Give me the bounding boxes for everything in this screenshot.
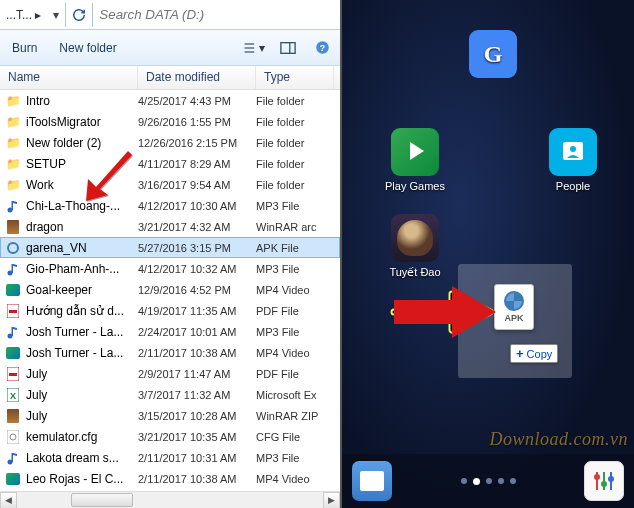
file-name: Gio-Pham-Anh-... <box>26 262 138 276</box>
file-row[interactable]: Goal-keeper12/9/2016 4:52 PMMP4 Video <box>0 279 340 300</box>
dragged-apk-file[interactable]: APK <box>494 284 534 330</box>
app-google[interactable]: G <box>458 30 528 82</box>
watermark: Download.com.vn <box>490 429 628 450</box>
svg-text:?: ? <box>319 43 324 53</box>
preview-pane-button[interactable] <box>276 37 300 59</box>
file-date: 12/26/2016 2:15 PM <box>138 137 256 149</box>
refresh-button[interactable] <box>65 3 93 27</box>
breadcrumb[interactable]: ...T... ▸ <box>0 8 47 22</box>
horizontal-scrollbar[interactable]: ◀ ▶ <box>0 491 340 508</box>
file-name: SETUP <box>26 157 138 171</box>
svg-point-25 <box>570 146 576 152</box>
copy-tooltip: + Copy <box>510 344 558 363</box>
file-type: CFG File <box>256 431 334 443</box>
play-games-icon <box>391 128 439 176</box>
file-type-icon <box>4 366 22 382</box>
file-date: 4/11/2017 8:29 AM <box>138 158 256 170</box>
file-row[interactable]: July2/9/2017 11:47 AMPDF File <box>0 363 340 384</box>
file-type: MP4 Video <box>256 473 334 485</box>
scroll-thumb[interactable] <box>71 493 133 507</box>
file-date: 3/15/2017 10:28 AM <box>138 410 256 422</box>
settings-sliders-icon[interactable] <box>584 461 624 501</box>
file-type: MP4 Video <box>256 347 334 359</box>
app-play-games[interactable]: Play Games <box>380 128 450 192</box>
burn-button[interactable]: Burn <box>6 37 43 59</box>
plus-icon: + <box>516 346 524 361</box>
file-row[interactable]: garena_VN5/27/2016 3:15 PMAPK File <box>0 237 340 258</box>
file-type-icon <box>4 219 22 235</box>
file-date: 4/25/2017 4:43 PM <box>138 95 256 107</box>
file-type-icon <box>4 198 22 214</box>
header-name[interactable]: Name <box>0 66 138 89</box>
header-type[interactable]: Type <box>256 66 334 89</box>
page-indicator[interactable] <box>461 478 516 485</box>
file-row[interactable]: 📁Work3/16/2017 9:54 AMFile folder <box>0 174 340 195</box>
file-row[interactable]: Josh Turner - La...2/24/2017 10:01 AMMP3… <box>0 321 340 342</box>
file-name: garena_VN <box>26 241 138 255</box>
file-row[interactable]: July3/15/2017 10:28 AMWinRAR ZIP <box>0 405 340 426</box>
svg-text:X: X <box>10 391 16 401</box>
file-row[interactable]: Chi-La-Thoang-...4/12/2017 10:30 AMMP3 F… <box>0 195 340 216</box>
file-name: Chi-La-Thoang-... <box>26 199 138 213</box>
file-type-icon <box>4 303 22 319</box>
file-row[interactable]: Leo Rojas - El C...2/11/2017 10:38 AMMP4… <box>0 468 340 489</box>
file-type-icon: X <box>4 387 22 403</box>
file-type-icon <box>4 471 22 487</box>
file-row[interactable]: kemulator.cfg3/21/2017 10:35 AMCFG File <box>0 426 340 447</box>
new-folder-button[interactable]: New folder <box>53 37 122 59</box>
scroll-left-button[interactable]: ◀ <box>0 492 17 509</box>
file-type: File folder <box>256 95 334 107</box>
help-button[interactable]: ? <box>310 37 334 59</box>
file-date: 3/16/2017 9:54 AM <box>138 179 256 191</box>
file-date: 3/21/2017 10:35 AM <box>138 431 256 443</box>
search-input[interactable] <box>93 4 340 25</box>
file-date: 4/12/2017 10:30 AM <box>138 200 256 212</box>
file-name: Leo Rojas - El C... <box>26 472 138 486</box>
svg-point-31 <box>608 476 614 482</box>
file-name: July <box>26 388 138 402</box>
file-name: July <box>26 367 138 381</box>
people-icon <box>549 128 597 176</box>
scroll-right-button[interactable]: ▶ <box>323 492 340 509</box>
toolbar: Burn New folder ▾ ? <box>0 30 340 66</box>
file-type: PDF File <box>256 305 334 317</box>
svg-rect-8 <box>12 201 14 210</box>
file-row[interactable]: Gio-Pham-Anh-...4/12/2017 10:32 AMMP3 Fi… <box>0 258 340 279</box>
file-date: 12/9/2016 4:52 PM <box>138 284 256 296</box>
file-row[interactable]: dragon3/21/2017 4:32 AMWinRAR arc <box>0 216 340 237</box>
file-type-icon <box>4 408 22 424</box>
file-date: 2/11/2017 10:38 AM <box>138 347 256 359</box>
file-date: 3/21/2017 4:32 AM <box>138 221 256 233</box>
file-type: File folder <box>256 179 334 191</box>
file-name: iToolsMigrator <box>26 115 138 129</box>
android-taskbar <box>342 454 634 508</box>
svg-rect-3 <box>281 42 295 53</box>
gallery-app-icon[interactable] <box>352 461 392 501</box>
file-date: 2/11/2017 10:38 AM <box>138 473 256 485</box>
app-label: Tuyết Đao <box>380 266 450 279</box>
file-type: WinRAR ZIP <box>256 410 334 422</box>
app-tuyet-dao[interactable]: Tuyết Đao <box>380 214 450 279</box>
file-row[interactable]: 📁Intro4/25/2017 4:43 PMFile folder <box>0 90 340 111</box>
file-type-icon <box>4 240 22 256</box>
file-row[interactable]: Hướng dẫn sử d...4/19/2017 11:35 AMPDF F… <box>0 300 340 321</box>
view-options-button[interactable]: ▾ <box>242 37 266 59</box>
file-row[interactable]: Lakota dream s...2/11/2017 10:31 AMMP3 F… <box>0 447 340 468</box>
file-name: Hướng dẫn sử d... <box>26 304 138 318</box>
file-type-icon <box>4 261 22 277</box>
breadcrumb-dropdown[interactable]: ▾ <box>47 3 65 27</box>
header-date[interactable]: Date modified <box>138 66 256 89</box>
file-row[interactable]: XJuly3/7/2017 11:32 AMMicrosoft Ex <box>0 384 340 405</box>
file-row[interactable]: 📁iToolsMigrator9/26/2016 1:55 PMFile fol… <box>0 111 340 132</box>
apk-file-label: APK <box>504 313 523 323</box>
file-row[interactable]: 📁SETUP4/11/2017 8:29 AMFile folder <box>0 153 340 174</box>
file-row[interactable]: Josh Turner - La...2/11/2017 10:38 AMMP4… <box>0 342 340 363</box>
file-type: MP3 File <box>256 200 334 212</box>
file-type: Microsoft Ex <box>256 389 334 401</box>
app-people[interactable]: People <box>538 128 608 192</box>
file-row[interactable]: 📁New folder (2)12/26/2016 2:15 PMFile fo… <box>0 132 340 153</box>
svg-rect-15 <box>12 327 14 336</box>
file-type-icon: 📁 <box>4 93 22 109</box>
android-desktop[interactable]: G Play Games People Tuyết Đao APK + Copy <box>342 0 634 508</box>
file-name: Intro <box>26 94 138 108</box>
